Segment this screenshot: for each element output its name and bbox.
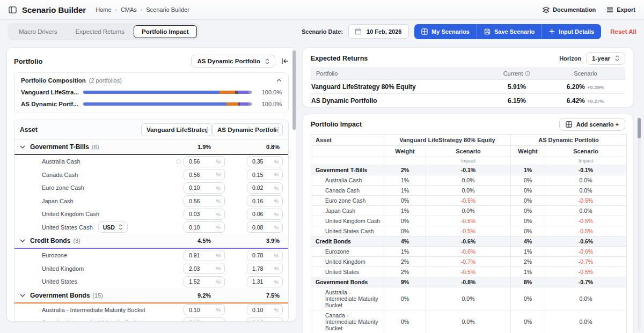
asset-name: Euro zone Cash xyxy=(20,184,184,191)
input-details-button[interactable]: Input Details xyxy=(542,24,601,39)
impact-group-row-credit-bonds: Credit Bonds4%-0.6%4%-0.6% xyxy=(311,236,627,247)
chevron-up-icon[interactable] xyxy=(276,79,282,82)
my-scenarios-button[interactable]: My Scenarios xyxy=(414,24,477,39)
portfolio2-value-input[interactable]: 0.02% xyxy=(247,182,283,194)
composition-title: Portfolio Composition xyxy=(21,77,86,84)
weight-value: 9% xyxy=(384,277,426,287)
tab-expected-returns[interactable]: Expected Returns xyxy=(67,25,134,38)
portfolio2-value-input[interactable]: 0.10% xyxy=(247,304,283,315)
impact-value: -0.6% xyxy=(426,247,511,257)
impact-value: -0.7% xyxy=(545,257,627,267)
currency-select[interactable]: USD xyxy=(98,221,128,233)
button-label: My Scenarios xyxy=(431,28,470,35)
composition-header: Portfolio Composition (2 portfolios) xyxy=(21,77,282,84)
breadcrumb: Home›CMAs›Scenario Builder xyxy=(96,6,189,13)
portfolio2-value-input[interactable]: 0.15% xyxy=(247,169,283,180)
impact-asset-name: Australia - Intermediate Maturity Bucket xyxy=(311,287,384,310)
impact-value: -0.5% xyxy=(545,196,627,206)
portfolio2-value-input[interactable]: 0.06% xyxy=(247,209,283,220)
impact-table-head: AssetVanguard LifeStrategy 80% EquityAS … xyxy=(311,135,627,165)
impact-row-united-kingdom: United Kingdom2%-0.7%2%-0.7% xyxy=(311,257,627,267)
portfolio1-select[interactable]: Vanguard LifeStrategy xyxy=(141,123,212,136)
documentation-link[interactable]: Documentation xyxy=(543,6,596,13)
portfolio2-value-input[interactable]: 1.31% xyxy=(247,276,283,287)
scenario-date-input[interactable]: 10 Feb, 2026 xyxy=(348,24,409,39)
asset-row: Canada - Intermediate Maturity Bucket0.1… xyxy=(14,316,288,322)
portfolio1-value-input[interactable]: 1.52% xyxy=(184,276,225,287)
impact-value: -0.1% xyxy=(545,165,627,175)
weight-value: 2% xyxy=(384,257,426,267)
panel-left-icon[interactable] xyxy=(9,6,17,13)
add-scenario-button[interactable]: Add scenario + xyxy=(559,118,625,131)
reset-all-button[interactable]: Reset All xyxy=(610,28,636,35)
left-panel-scrollbar[interactable] xyxy=(292,50,296,130)
portfolio-impact-title: Portfolio Impact xyxy=(311,121,559,128)
breadcrumb-item-cmas[interactable]: CMAs xyxy=(121,6,137,13)
impact-col-as-dynamic-portfolio: AS Dynamic Portfolio xyxy=(511,135,627,146)
portfolio1-value-input[interactable]: 0.10% xyxy=(184,182,225,194)
asset-group-credit-bonds[interactable]: Credit Bonds(3)4.5%3.9% xyxy=(14,234,288,249)
asset-name: Japan Cash xyxy=(20,198,184,204)
portfolio2-value-input[interactable]: 0.78% xyxy=(247,250,283,261)
group-total-portfolio1: 4.5% xyxy=(184,238,225,244)
impact-value: 0.0% xyxy=(545,186,627,196)
impact-group-row-government-t-bills: Government T-Bills2%-0.1%1%-0.1% xyxy=(311,165,627,175)
portfolio2-value-input[interactable]: 0.16% xyxy=(247,195,283,206)
asset-group-government-t-bills[interactable]: Government T-Bills(6)1.9%0.8% xyxy=(14,140,288,155)
scenario-date-label: Scenario Date: xyxy=(302,28,343,35)
input-unit: % xyxy=(274,307,279,313)
plus-icon xyxy=(549,28,555,34)
tab-portfolio-impact[interactable]: Portfolio Impact xyxy=(134,25,197,38)
portfolio1-value-input[interactable]: 0.10% xyxy=(184,304,225,315)
input-value: 0.91 xyxy=(189,252,216,258)
impact-value: 0.0% xyxy=(426,175,511,186)
impact-value: 0.0% xyxy=(545,175,627,186)
portfolio2-value-input[interactable]: 0.10% xyxy=(247,317,283,322)
impact-col-scenario: Scenario xyxy=(545,146,627,157)
horizon-select-value: 1-year xyxy=(592,55,610,62)
input-value: 0.16 xyxy=(252,198,274,204)
composition-count: (2 portfolios) xyxy=(89,77,122,84)
impact-col-weight: Weight xyxy=(384,146,426,157)
horizon-select[interactable]: 1-year xyxy=(586,52,625,65)
asset-name: United Kingdom Cash xyxy=(20,211,184,217)
portfolio1-value-input[interactable]: 2.03% xyxy=(184,263,225,274)
portfolio2-value-input[interactable]: 0.35% xyxy=(247,156,283,167)
expected-returns-title: Expected Returns xyxy=(311,55,559,62)
portfolio2-select[interactable]: AS Dynamic Portfolio xyxy=(212,123,283,136)
input-value: 0.56 xyxy=(189,158,216,165)
tab-macro-drivers[interactable]: Macro Drivers xyxy=(10,25,67,38)
asset-name-text: Japan Cash xyxy=(42,198,74,204)
portfolio1-value-input[interactable]: 0.56% xyxy=(184,195,225,206)
portfolio1-value-input[interactable]: 0.91% xyxy=(184,250,225,261)
portfolio2-value-input[interactable]: 1.78% xyxy=(247,263,283,274)
asset-group-government-bonds[interactable]: Government Bonds(15)9.2%7.5% xyxy=(14,288,288,304)
breadcrumb-item-scenario-builder[interactable]: Scenario Builder xyxy=(146,6,189,13)
portfolio-select[interactable]: AS Dynamic Portfolio xyxy=(191,55,275,68)
weight-value: 2% xyxy=(384,165,426,175)
right-panel-scrollbar[interactable] xyxy=(638,118,641,138)
weight-value: 1% xyxy=(384,175,426,186)
input-unit: % xyxy=(274,279,279,285)
breadcrumb-item-home[interactable]: Home xyxy=(96,6,111,13)
portfolio-name: AS Dynamic Portf... xyxy=(21,101,81,107)
portfolio1-value-input[interactable]: 0.10% xyxy=(184,317,225,322)
impact-value: -0.6% xyxy=(545,247,627,257)
portfolio1-value-input[interactable]: 0.56% xyxy=(184,169,225,180)
currency-value: USD xyxy=(103,224,115,231)
impact-row-australia-cash: Australia Cash1%0.0%0%0.0% xyxy=(311,175,627,186)
save-scenario-button[interactable]: Save Scenario xyxy=(477,24,542,39)
asset-row: United Kingdom2.03%1.78% xyxy=(14,262,288,276)
portfolio1-value-input[interactable]: 0.56% xyxy=(184,156,225,167)
chevron-down-icon xyxy=(20,239,25,242)
impact-asset-name: United States xyxy=(311,267,384,277)
portfolio1-value-input[interactable]: 0.10% xyxy=(184,221,225,233)
ellipsis-icon xyxy=(277,127,279,133)
allocation-bar xyxy=(83,91,252,94)
portfolio1-value-input[interactable]: 0.03% xyxy=(184,209,225,220)
export-button[interactable]: Export xyxy=(606,6,635,13)
impact-value: 0.0% xyxy=(426,310,511,333)
collapse-panel-icon[interactable] xyxy=(281,58,289,64)
asset-row: Canada Cash0.56%0.15% xyxy=(14,168,288,182)
portfolio2-value-input[interactable]: 0.08% xyxy=(247,221,283,233)
